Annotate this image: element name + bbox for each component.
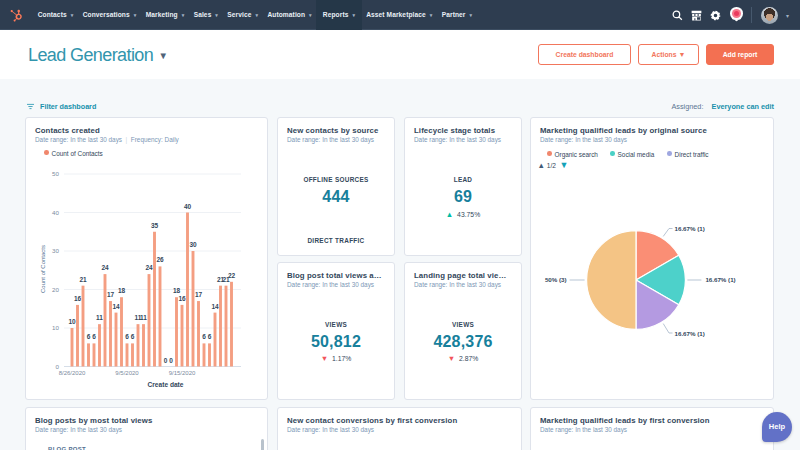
svg-text:18: 18	[118, 287, 126, 294]
svg-text:16: 16	[178, 295, 186, 302]
svg-text:9/15/2020: 9/15/2020	[169, 370, 196, 376]
svg-text:11: 11	[96, 314, 103, 321]
svg-text:16.67% (1): 16.67% (1)	[675, 225, 705, 232]
svg-text:22: 22	[228, 272, 236, 279]
svg-text:30: 30	[189, 241, 197, 248]
svg-text:26: 26	[156, 256, 164, 263]
svg-text:17: 17	[195, 291, 203, 298]
svg-text:9/5/2020: 9/5/2020	[115, 370, 139, 376]
svg-text:11: 11	[140, 314, 147, 321]
svg-text:Count of Contacts: Count of Contacts	[40, 245, 46, 293]
svg-text:16.67% (1): 16.67% (1)	[705, 276, 735, 283]
svg-text:30: 30	[52, 247, 59, 254]
svg-text:20: 20	[52, 286, 59, 293]
svg-text:6: 6	[125, 333, 129, 340]
svg-text:17: 17	[107, 291, 115, 298]
svg-text:6: 6	[208, 333, 212, 340]
svg-text:0: 0	[169, 357, 173, 364]
svg-text:16: 16	[74, 295, 82, 302]
svg-text:18: 18	[173, 287, 181, 294]
svg-text:35: 35	[151, 222, 159, 229]
svg-text:6: 6	[92, 333, 96, 340]
svg-text:50% (3): 50% (3)	[545, 276, 567, 283]
svg-text:0: 0	[164, 357, 168, 364]
svg-text:14: 14	[112, 303, 120, 310]
svg-text:24: 24	[145, 264, 153, 271]
svg-text:40: 40	[184, 203, 192, 210]
svg-text:0: 0	[56, 363, 60, 370]
svg-text:50: 50	[52, 170, 59, 177]
svg-text:14: 14	[211, 303, 219, 310]
svg-text:16.67% (1): 16.67% (1)	[675, 330, 705, 337]
svg-text:6: 6	[131, 333, 135, 340]
svg-text:10: 10	[52, 324, 59, 331]
svg-text:8/26/2020: 8/26/2020	[59, 370, 86, 376]
svg-text:6: 6	[87, 333, 91, 340]
svg-text:10: 10	[68, 318, 76, 325]
svg-text:40: 40	[52, 209, 59, 216]
svg-text:6: 6	[202, 333, 206, 340]
svg-text:21: 21	[79, 276, 87, 283]
svg-text:24: 24	[101, 264, 109, 271]
